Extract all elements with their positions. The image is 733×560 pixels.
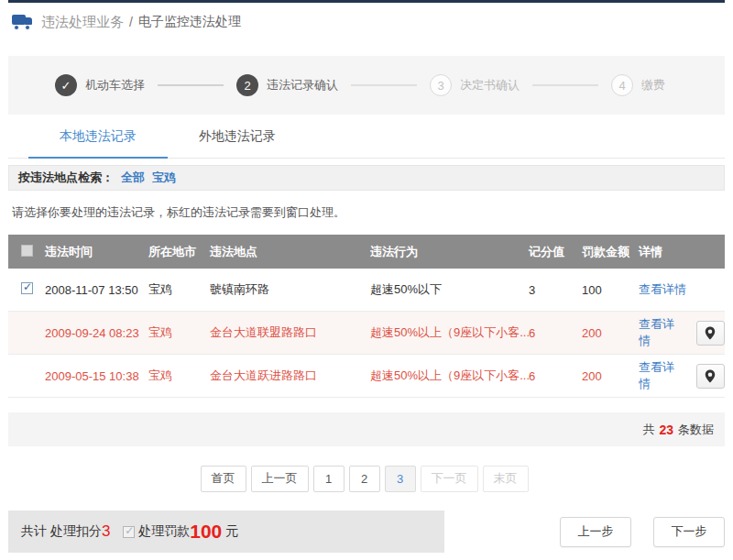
cell-behavior: 超速50%以下 bbox=[370, 281, 529, 298]
tab-nonlocal-records[interactable]: 外地违法记录 bbox=[168, 115, 307, 158]
row-checkbox-checked[interactable] bbox=[21, 282, 33, 294]
page-title: 违法处理业务 bbox=[41, 14, 124, 31]
table-row: 2008-11-07 13:50 宝鸡 虢镇南环路 超速50%以下 3 100 … bbox=[8, 269, 725, 312]
next-step-button[interactable]: 下一步 bbox=[653, 517, 725, 547]
select-all-checkbox[interactable] bbox=[21, 245, 33, 257]
page-3-button[interactable]: 3 bbox=[385, 466, 416, 492]
cell-location: 金台大道联盟路路口 bbox=[210, 324, 370, 341]
filter-option-all[interactable]: 全部 bbox=[121, 170, 145, 186]
truck-icon bbox=[12, 14, 34, 30]
col-header-location: 违法地点 bbox=[210, 244, 370, 260]
cell-fine: 100 bbox=[582, 283, 639, 297]
fine-checkbox[interactable] bbox=[123, 526, 135, 538]
cell-behavior: 超速50%以上（9座以下小客... bbox=[370, 324, 529, 341]
selection-notice: 请选择你要处理的违法记录，标红的违法记录需要到窗口处理。 bbox=[8, 191, 725, 235]
footer-buttons: 上一步 下一步 bbox=[444, 517, 725, 547]
view-detail-link[interactable]: 查看详情 bbox=[639, 281, 686, 298]
step-connector bbox=[532, 84, 598, 86]
location-pin-icon bbox=[705, 326, 716, 340]
col-header-behavior: 违法行为 bbox=[370, 244, 529, 260]
view-detail-link[interactable]: 查看详情 bbox=[639, 359, 685, 392]
cell-time: 2009-09-24 08:23 bbox=[45, 326, 148, 340]
record-count-bar: 共 23 条数据 bbox=[8, 412, 725, 446]
points-label: 处理扣分 bbox=[50, 523, 102, 540]
fine-label: 处理罚款 bbox=[138, 523, 190, 540]
prev-step-button[interactable]: 上一步 bbox=[560, 517, 631, 547]
page-prev-button[interactable]: 上一页 bbox=[251, 466, 309, 492]
cell-behavior: 超速50%以上（9座以下小客... bbox=[370, 368, 529, 384]
location-filter-bar: 按违法地点检索： 全部 宝鸡 bbox=[8, 165, 725, 191]
page-first-button[interactable]: 首页 bbox=[201, 466, 246, 492]
breadcrumb-separator: / bbox=[129, 15, 133, 29]
cell-fine: 200 bbox=[582, 326, 639, 340]
step-decision-confirm: 3 决定书确认 bbox=[430, 74, 532, 96]
totals-box: 共计 处理扣分 3 处理罚款 100 元 bbox=[8, 511, 444, 553]
col-header-points: 记分值 bbox=[529, 244, 582, 260]
page-next-button[interactable]: 下一页 bbox=[421, 466, 478, 492]
page-2-button[interactable]: 2 bbox=[349, 466, 380, 492]
cell-fine: 200 bbox=[582, 369, 639, 383]
tab-local-records[interactable]: 本地违法记录 bbox=[28, 115, 168, 158]
col-header-city: 所在地市 bbox=[148, 244, 210, 260]
cell-city: 宝鸡 bbox=[148, 324, 210, 341]
step-connector bbox=[351, 84, 417, 86]
breadcrumb: 违法处理业务 / 电子监控违法处理 bbox=[8, 3, 725, 41]
fine-unit: 元 bbox=[225, 523, 238, 540]
cell-points: 6 bbox=[529, 369, 582, 383]
step-label: 缴费 bbox=[641, 77, 665, 93]
table-header: 违法时间 所在地市 违法地点 违法行为 记分值 罚款金额 详情 bbox=[8, 235, 725, 269]
pagination: 首页 上一页 1 2 3 下一页 末页 bbox=[8, 446, 725, 511]
footer-bar: 共计 处理扣分 3 处理罚款 100 元 上一步 下一步 bbox=[8, 511, 725, 553]
step-circle-check-icon: ✓ bbox=[55, 74, 77, 96]
map-location-button[interactable] bbox=[696, 321, 725, 346]
view-detail-link[interactable]: 查看详情 bbox=[639, 316, 685, 349]
record-count: 23 bbox=[659, 423, 673, 437]
col-header-time: 违法时间 bbox=[45, 244, 148, 260]
step-label: 违法记录确认 bbox=[267, 77, 338, 93]
fine-value: 100 bbox=[190, 521, 222, 543]
step-record-confirm: 2 违法记录确认 bbox=[236, 74, 351, 96]
total-label: 共计 bbox=[21, 523, 47, 540]
step-vehicle-select: ✓ 机动车选择 bbox=[55, 74, 158, 96]
filter-option-baoji[interactable]: 宝鸡 bbox=[152, 170, 176, 186]
step-label: 机动车选择 bbox=[85, 77, 145, 93]
step-label: 决定书确认 bbox=[460, 77, 520, 93]
location-pin-icon bbox=[705, 369, 716, 383]
step-indicator: ✓ 机动车选择 2 违法记录确认 3 决定书确认 4 缴费 bbox=[8, 56, 725, 115]
cell-points: 3 bbox=[529, 283, 582, 297]
page: 违法处理业务 / 电子监控违法处理 ✓ 机动车选择 2 违法记录确认 3 决定书… bbox=[0, 0, 733, 560]
cell-city: 宝鸡 bbox=[148, 368, 210, 384]
page-last-button[interactable]: 末页 bbox=[483, 466, 529, 492]
filter-label: 按违法地点检索： bbox=[18, 170, 114, 186]
step-payment: 4 缴费 bbox=[611, 74, 678, 96]
cell-time: 2008-11-07 13:50 bbox=[45, 283, 148, 297]
table-row: 2009-05-15 10:38 宝鸡 金台大道跃进路路口 超速50%以上（9座… bbox=[8, 355, 725, 398]
cell-location: 金台大道跃进路路口 bbox=[210, 368, 370, 384]
count-prefix: 共 bbox=[642, 422, 654, 438]
map-location-button[interactable] bbox=[696, 364, 725, 389]
page-1-button[interactable]: 1 bbox=[313, 466, 345, 492]
step-circle: 3 bbox=[430, 74, 452, 96]
col-header-fine: 罚款金额 bbox=[582, 244, 639, 260]
page-subtitle: 电子监控违法处理 bbox=[138, 14, 241, 30]
step-connector bbox=[158, 84, 224, 86]
cell-location: 虢镇南环路 bbox=[210, 281, 370, 298]
step-circle: 4 bbox=[611, 74, 633, 96]
record-tabs: 本地违法记录 外地违法记录 bbox=[8, 115, 725, 159]
table-row: 2009-09-24 08:23 宝鸡 金台大道联盟路路口 超速50%以上（9座… bbox=[8, 312, 725, 355]
cell-time: 2009-05-15 10:38 bbox=[45, 369, 148, 383]
col-header-detail: 详情 bbox=[639, 244, 725, 260]
step-circle: 2 bbox=[236, 74, 258, 96]
cell-points: 6 bbox=[529, 326, 582, 340]
points-value: 3 bbox=[102, 522, 110, 541]
count-suffix: 条数据 bbox=[678, 422, 714, 438]
cell-city: 宝鸡 bbox=[148, 281, 210, 298]
